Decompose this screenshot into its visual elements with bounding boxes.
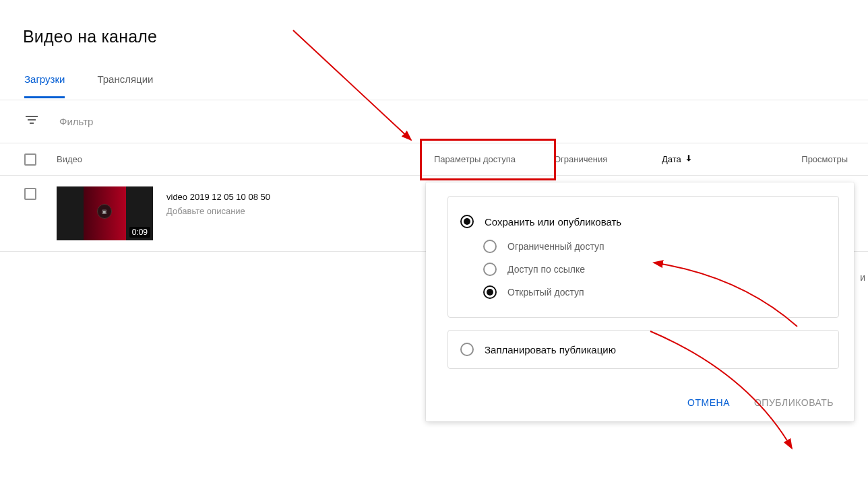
radio-label: Открытый доступ [507, 287, 584, 298]
radio-unlisted[interactable]: Доступ по ссылке [460, 258, 826, 281]
radio-icon [483, 285, 497, 299]
radio-label: Ограниченный доступ [507, 241, 604, 252]
radio-label: Сохранить или опубликовать [485, 216, 621, 228]
page-title: Видео на канале [0, 0, 868, 46]
column-views[interactable]: Просмотры [736, 154, 868, 164]
radio-public[interactable]: Открытый доступ [460, 281, 826, 304]
radio-icon [460, 343, 474, 356]
filter-icon[interactable] [24, 114, 39, 129]
video-duration: 0:09 [129, 227, 150, 238]
visibility-popup: Сохранить или опубликовать Ограниченный … [426, 182, 854, 421]
arrow-down-icon [684, 153, 693, 165]
column-date-label: Дата [662, 154, 681, 164]
cancel-button[interactable]: ОТМЕНА [682, 393, 735, 412]
video-thumbnail[interactable]: ▣ 0:09 [57, 186, 153, 240]
radio-icon [483, 263, 497, 276]
radio-private[interactable]: Ограниченный доступ [460, 235, 826, 258]
filter-row: Фильтр [0, 100, 868, 143]
save-publish-group: Сохранить или опубликовать Ограниченный … [447, 196, 839, 318]
row-checkbox[interactable] [24, 188, 36, 200]
video-title[interactable]: video 2019 12 05 10 08 50 [166, 192, 270, 202]
select-all-checkbox[interactable] [24, 153, 36, 166]
table-header: Видео Параметры доступа Ограничения Дата… [0, 143, 868, 176]
tab-live[interactable]: Трансляции [97, 73, 153, 96]
popup-actions: ОТМЕНА ОПУБЛИКОВАТЬ [426, 381, 854, 421]
radio-schedule[interactable]: Запланировать публикацию [460, 343, 826, 356]
tabs: Загрузки Трансляции [0, 46, 868, 100]
filter-input[interactable]: Фильтр [59, 116, 93, 127]
radio-icon [460, 215, 474, 228]
publish-button[interactable]: ОПУБЛИКОВАТЬ [749, 393, 839, 412]
video-description-placeholder[interactable]: Добавьте описание [166, 206, 270, 216]
tab-uploads[interactable]: Загрузки [24, 73, 65, 98]
schedule-group: Запланировать публикацию [447, 330, 839, 369]
radio-save-publish[interactable]: Сохранить или опубликовать [460, 210, 826, 235]
column-date[interactable]: Дата [662, 153, 736, 165]
column-restrictions[interactable]: Ограничения [554, 154, 662, 164]
radio-icon [483, 240, 497, 253]
radio-label: Запланировать публикацию [485, 344, 616, 355]
truncated-text: и [860, 272, 865, 283]
radio-label: Доступ по ссылке [507, 264, 585, 275]
column-video: Видео [57, 154, 434, 164]
column-visibility[interactable]: Параметры доступа [434, 154, 554, 164]
